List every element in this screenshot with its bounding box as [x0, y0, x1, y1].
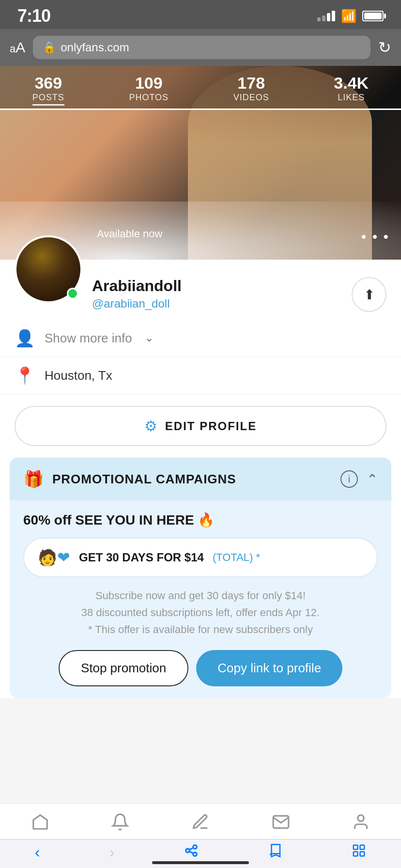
battery-icon	[362, 11, 384, 21]
stat-posts-label: POSTS	[32, 93, 64, 106]
promo-card-main: GET 30 DAYS FOR $14	[79, 551, 204, 564]
promo-desc-line2: 38 discounted subscriptions left, offer …	[23, 604, 378, 621]
promo-content: 60% off SEE YOU IN HERE 🔥 🧑❤ GET 30 DAYS…	[10, 500, 391, 698]
nav-profile[interactable]	[352, 813, 370, 831]
safari-back-button[interactable]: ‹	[35, 843, 40, 861]
copy-link-button[interactable]: Copy link to profile	[196, 650, 342, 686]
profile-name: Arabiiandoll	[92, 277, 352, 295]
signal-icon	[317, 11, 335, 21]
available-badge: Available now	[97, 228, 162, 240]
share-button[interactable]: ⬆︎	[352, 277, 386, 312]
promo-description: Subscribe now and get 30 days for only $…	[23, 587, 378, 638]
stat-videos-number: 178	[233, 74, 269, 93]
promo-info-icon[interactable]: i	[340, 470, 358, 488]
more-options-icon[interactable]: • • •	[361, 229, 389, 245]
status-icons: 📶	[317, 9, 384, 24]
nav-messages[interactable]	[272, 813, 290, 831]
promo-campaigns-section: 🎁 PROMOTIONAL CAMPAIGNS i ⌃ 60% off SEE …	[10, 458, 391, 698]
lock-icon: 🔒	[43, 41, 56, 54]
stat-likes-label: LIKES	[338, 93, 365, 102]
gift-icon: 🎁	[23, 469, 44, 489]
show-more-info-row[interactable]: 👤 Show more info ⌄	[0, 320, 401, 357]
stat-photos-label: PHOTOS	[129, 93, 169, 102]
svg-rect-4	[360, 852, 365, 856]
online-indicator	[67, 288, 78, 299]
promo-offer-text: 60% off SEE YOU IN HERE 🔥	[23, 512, 378, 528]
subscriber-icon: 🧑❤	[38, 548, 70, 567]
person-icon: 👤	[15, 328, 35, 348]
edit-profile-button[interactable]: ⚙ EDIT PROFILE	[15, 406, 386, 446]
chevron-down-icon: ⌄	[145, 332, 154, 344]
stats-bar: 369 POSTS 109 PHOTOS 178 VIDEOS 3.4K LIK…	[0, 66, 401, 110]
profile-info-row: Arabiiandoll @arabiian_doll ⬆︎	[0, 260, 401, 320]
profile-handle[interactable]: @arabiian_doll	[92, 297, 352, 310]
wifi-icon: 📶	[341, 9, 356, 24]
content-area: Arabiiandoll @arabiian_doll ⬆︎ 👤 Show mo…	[0, 260, 401, 698]
browser-aa[interactable]: aA	[10, 39, 25, 56]
stat-likes-number: 3.4K	[334, 74, 369, 93]
stat-videos-label: VIDEOS	[233, 93, 269, 102]
stop-promotion-button[interactable]: Stop promotion	[59, 650, 188, 686]
status-bar: 7:10 📶	[0, 0, 401, 29]
nav-notifications[interactable]	[111, 813, 129, 831]
gear-icon: ⚙	[144, 418, 157, 434]
status-time: 7:10	[17, 6, 50, 26]
stat-likes[interactable]: 3.4K LIKES	[334, 74, 369, 103]
stat-posts[interactable]: 369 POSTS	[32, 74, 64, 103]
home-indicator	[152, 861, 249, 864]
stat-posts-number: 369	[32, 74, 64, 93]
promo-desc-line3: * This offer is available for new subscr…	[23, 621, 378, 638]
svg-point-0	[358, 815, 364, 822]
safari-forward-button[interactable]: ›	[109, 843, 115, 861]
location-row: 📍 Houston, Tx	[0, 357, 401, 394]
svg-rect-2	[360, 845, 365, 849]
promo-desc-line1: Subscribe now and get 30 days for only $…	[23, 587, 378, 604]
browser-url-bar[interactable]: 🔒 onlyfans.com	[33, 36, 370, 59]
avatar-container	[15, 235, 82, 303]
promo-header[interactable]: 🎁 PROMOTIONAL CAMPAIGNS i ⌃	[10, 458, 391, 500]
stat-photos-number: 109	[129, 74, 169, 93]
promo-offer-label: 60% off SEE YOU IN HERE 🔥	[23, 512, 215, 527]
safari-bookmarks-button[interactable]	[268, 843, 282, 862]
svg-rect-1	[354, 845, 358, 849]
promo-actions: Stop promotion Copy link to profile	[23, 650, 378, 686]
location-icon: 📍	[15, 366, 35, 385]
edit-profile-label: EDIT PROFILE	[165, 419, 257, 433]
bottom-nav	[0, 804, 401, 839]
promo-deal-card: 🧑❤ GET 30 DAYS FOR $14 (TOTAL) *	[23, 538, 378, 577]
url-text: onlyfans.com	[61, 41, 129, 54]
cover-area: 369 POSTS 109 PHOTOS 178 VIDEOS 3.4K LIK…	[0, 66, 401, 260]
safari-share-button[interactable]	[184, 843, 199, 862]
share-icon: ⬆︎	[364, 287, 375, 303]
show-more-info-text: Show more info	[45, 331, 132, 346]
profile-text: Arabiiandoll @arabiian_doll	[92, 277, 352, 310]
promo-title: PROMOTIONAL CAMPAIGNS	[52, 472, 328, 487]
chevron-up-icon[interactable]: ⌃	[367, 471, 378, 487]
stat-videos[interactable]: 178 VIDEOS	[233, 74, 269, 103]
svg-rect-3	[354, 852, 358, 856]
nav-create[interactable]	[191, 813, 210, 831]
safari-tabs-button[interactable]	[352, 843, 366, 862]
promo-card-sub: (TOTAL) *	[213, 551, 260, 564]
browser-bar: aA 🔒 onlyfans.com ↻	[0, 29, 401, 66]
stat-photos[interactable]: 109 PHOTOS	[129, 74, 169, 103]
nav-home[interactable]	[31, 813, 49, 831]
location-text: Houston, Tx	[45, 368, 112, 383]
refresh-icon[interactable]: ↻	[378, 38, 391, 57]
